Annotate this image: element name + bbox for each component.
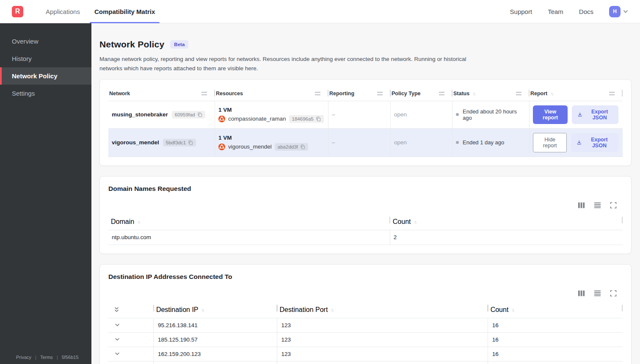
view-report-button[interactable]: View report bbox=[533, 105, 568, 124]
sort-icon[interactable]: ↑↓ bbox=[201, 307, 204, 312]
sort-icon[interactable]: ↑↓ bbox=[331, 307, 333, 312]
domain-names-card: Domain Names Requested Domain ↑↓ Count ↑… bbox=[99, 176, 632, 254]
row-density-icon[interactable] bbox=[594, 202, 601, 209]
resource-id: 184696a5 bbox=[292, 116, 314, 121]
sidebar-item-network-policy[interactable]: Network Policy bbox=[0, 67, 91, 85]
column-label: Domain bbox=[111, 218, 134, 226]
column-label: Reporting bbox=[329, 91, 354, 97]
resource-id-pill[interactable]: 184696a5 bbox=[289, 115, 324, 123]
network-name: vigorous_mendel bbox=[112, 139, 159, 146]
column-header-count[interactable]: Count ↑↓ bbox=[488, 303, 623, 318]
column-header-domain[interactable]: Domain ↑↓ bbox=[108, 215, 390, 230]
primary-nav: Applications Compatibility Matrix bbox=[39, 0, 162, 23]
resource-name[interactable]: compassionate_raman bbox=[228, 116, 286, 122]
resource-id-pill[interactable]: aba2dd3f bbox=[275, 143, 308, 151]
column-resize-handle-icon[interactable] bbox=[439, 92, 444, 95]
columns-icon[interactable] bbox=[578, 202, 585, 209]
brand-logo[interactable]: R bbox=[12, 6, 23, 17]
column-header-report[interactable]: Report ↑↓ bbox=[530, 88, 623, 101]
tab-compatibility-matrix[interactable]: Compatibility Matrix bbox=[87, 0, 162, 23]
network-id-pill[interactable]: 5bdf3dc1 bbox=[163, 139, 196, 146]
column-label: Destination Port bbox=[280, 306, 328, 314]
table-row[interactable]: ntp.ubuntu.com 2 bbox=[108, 230, 623, 245]
column-resize-handle-icon[interactable] bbox=[516, 92, 521, 95]
terms-link[interactable]: Terms bbox=[40, 355, 53, 360]
chevron-down-icon[interactable] bbox=[114, 351, 120, 357]
destination-ip-cell: 185.125.190.58 bbox=[154, 361, 277, 364]
destination-ip-cell: 185.125.190.57 bbox=[154, 333, 277, 347]
column-header-destination-ip[interactable]: Destination IP ↑↓ bbox=[154, 303, 277, 318]
fullscreen-icon[interactable] bbox=[610, 202, 617, 209]
export-json-button[interactable]: Export JSON bbox=[571, 133, 618, 152]
count-cell: 2 bbox=[390, 230, 623, 245]
column-header-status[interactable]: Status ↑↓ bbox=[452, 88, 530, 101]
column-resize-handle-icon[interactable] bbox=[315, 92, 320, 95]
copy-icon[interactable] bbox=[197, 112, 202, 117]
reporting-cell: – bbox=[328, 129, 391, 157]
sort-icon[interactable]: ↑↓ bbox=[550, 91, 552, 96]
row-expander[interactable] bbox=[108, 318, 154, 332]
table-row[interactable]: 185.125.190.57 123 16 bbox=[108, 332, 623, 347]
double-chevron-down-icon[interactable] bbox=[113, 306, 120, 313]
column-header-destination-port[interactable]: Destination Port ↑↓ bbox=[277, 303, 488, 318]
network-cell: musing_stonebraker 60959fad bbox=[108, 101, 215, 128]
hide-report-button[interactable]: Hide report bbox=[533, 133, 567, 152]
copy-icon[interactable] bbox=[316, 116, 321, 121]
fullscreen-icon[interactable] bbox=[610, 290, 617, 297]
column-header-reporting[interactable]: Reporting bbox=[328, 88, 391, 101]
sort-icon[interactable]: ↑↓ bbox=[414, 219, 416, 224]
table-row[interactable]: vigorous_mendel 5bdf3dc1 1 VM vigorous_m… bbox=[108, 128, 623, 157]
resource-name[interactable]: vigorous_mendel bbox=[228, 143, 272, 150]
copy-icon[interactable] bbox=[188, 140, 193, 145]
row-expander[interactable] bbox=[108, 347, 154, 361]
avatar[interactable]: H bbox=[609, 6, 621, 17]
user-menu[interactable]: H bbox=[609, 6, 629, 17]
nav-link-team[interactable]: Team bbox=[548, 8, 563, 15]
table-row[interactable]: 95.216.138.141 123 16 bbox=[108, 318, 623, 332]
sidebar-item-overview[interactable]: Overview bbox=[0, 33, 91, 50]
table-row[interactable]: 185.125.190.58 123 16 bbox=[108, 361, 623, 364]
column-label: Status bbox=[453, 91, 469, 97]
export-json-button[interactable]: Export JSON bbox=[572, 105, 618, 124]
export-json-label: Export JSON bbox=[586, 109, 613, 121]
destination-port-cell: 123 bbox=[277, 361, 488, 364]
copy-icon[interactable] bbox=[300, 144, 305, 149]
tab-applications[interactable]: Applications bbox=[39, 0, 87, 23]
status-dot bbox=[456, 113, 459, 116]
nav-link-support[interactable]: Support bbox=[510, 8, 532, 15]
nav-link-docs[interactable]: Docs bbox=[579, 8, 593, 15]
column-label: Report bbox=[530, 91, 547, 97]
table-row[interactable]: musing_stonebraker 60959fad 1 VM compass… bbox=[108, 101, 623, 128]
card-title: Destination IP Addresses Connected To bbox=[108, 273, 623, 281]
network-name: musing_stonebraker bbox=[112, 111, 168, 118]
sort-icon[interactable]: ↑↓ bbox=[137, 219, 139, 224]
row-expander[interactable] bbox=[108, 361, 154, 364]
column-resize-handle-icon[interactable] bbox=[609, 92, 615, 95]
column-header-resources[interactable]: Resources bbox=[215, 88, 328, 101]
chevron-down-icon[interactable] bbox=[114, 336, 120, 342]
columns-icon[interactable] bbox=[578, 290, 585, 297]
row-expander[interactable] bbox=[108, 333, 154, 347]
resources-cell: 1 VM compassionate_raman 184696a5 bbox=[215, 101, 328, 128]
row-density-icon[interactable] bbox=[594, 290, 601, 297]
chevron-down-icon bbox=[622, 8, 629, 15]
column-label: Destination IP bbox=[156, 306, 199, 314]
page-description: Manage network policy, reporting and vie… bbox=[99, 55, 472, 73]
chevron-down-icon[interactable] bbox=[114, 322, 120, 328]
table-row[interactable]: 162.159.200.123 123 16 bbox=[108, 347, 623, 361]
privacy-link[interactable]: Privacy bbox=[16, 355, 31, 360]
destination-ip-card: Destination IP Addresses Connected To De… bbox=[99, 264, 632, 364]
sort-icon[interactable]: ↑↓ bbox=[472, 91, 474, 96]
column-header-policy-type[interactable]: Policy Type bbox=[391, 88, 452, 101]
status-cell: Ended about 20 hours ago bbox=[452, 101, 530, 128]
column-resize-handle-icon[interactable] bbox=[201, 92, 207, 95]
sort-icon[interactable]: ↑↓ bbox=[511, 307, 513, 312]
sidebar-item-settings[interactable]: Settings bbox=[0, 85, 91, 102]
network-id-pill[interactable]: 60959fad bbox=[172, 111, 205, 119]
column-header-network[interactable]: Network bbox=[108, 88, 215, 101]
resources-count: 1 VM bbox=[218, 107, 232, 113]
sidebar-item-history[interactable]: History bbox=[0, 50, 91, 67]
column-resize-handle-icon[interactable] bbox=[377, 92, 383, 95]
column-header-count[interactable]: Count ↑↓ bbox=[390, 215, 623, 230]
expand-all-header[interactable] bbox=[108, 303, 154, 318]
